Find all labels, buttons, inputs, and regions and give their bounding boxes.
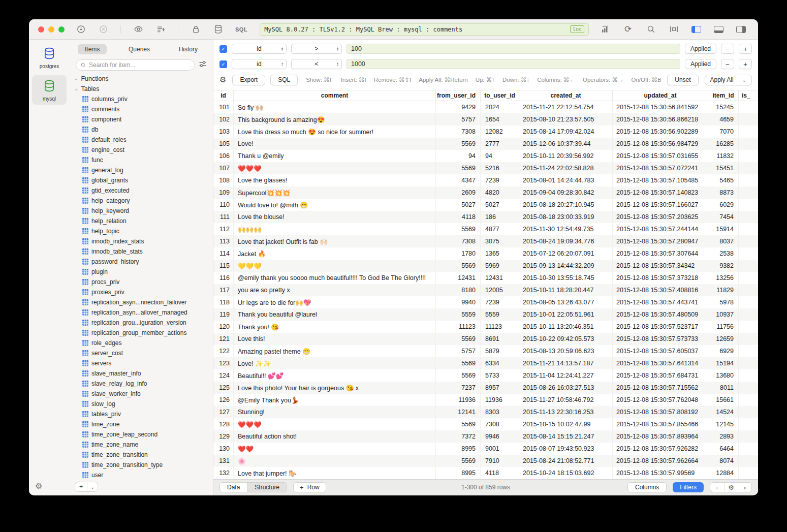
filter-column-select[interactable]: id▲▼: [232, 59, 287, 69]
refresh-icon[interactable]: ⟳: [623, 24, 633, 35]
apply-all-button[interactable]: Apply All ⌄: [705, 75, 752, 85]
connection-postgres[interactable]: postgres: [32, 43, 67, 72]
sidebar-table-default_roles[interactable]: default_roles: [70, 135, 213, 145]
sidebar-table-server_cost[interactable]: server_cost: [70, 348, 213, 358]
filter-operator-select[interactable]: >▲▼: [291, 44, 342, 54]
sidebar-table-engine_cost[interactable]: engine_cost: [70, 145, 213, 155]
filter-enabled-checkbox[interactable]: ✓: [219, 60, 227, 68]
sidebar-table-servers[interactable]: servers: [70, 358, 213, 368]
table-row[interactable]: 109Supercool💥💥💥260948202015-09-04 09:28:…: [213, 186, 758, 199]
search-icon[interactable]: [646, 24, 656, 35]
table-row[interactable]: 102This background is amazing😍5757165420…: [213, 113, 758, 126]
add-row-button[interactable]: + Row: [293, 482, 326, 492]
column-header-from_user_id[interactable]: from_user_id: [436, 90, 481, 101]
filter-operator-select[interactable]: <▲▼: [291, 59, 342, 69]
filter-enabled-checkbox[interactable]: ✓: [219, 45, 227, 53]
filter-gear-icon[interactable]: ⚙︎: [219, 75, 226, 84]
add-connection-button[interactable]: + ⌄: [75, 482, 98, 492]
plus-icon[interactable]: +: [75, 482, 87, 491]
table-row[interactable]: 128❤️❤️❤️556973082015-10-15 10:02:47.992…: [213, 418, 758, 430]
table-row[interactable]: 114Jacket 🔥178013652015-07-12 06:20:07.0…: [213, 247, 758, 260]
table-row[interactable]: 127Stunning!1214183032015-11-13 22:30:16…: [213, 406, 758, 418]
filter-column-select[interactable]: id▲▼: [232, 44, 287, 54]
sidebar-table-innodb_table_stats[interactable]: innodb_table_stats: [70, 246, 213, 257]
table-row[interactable]: 121Love this!556986912015-10-22 09:42:05…: [213, 333, 758, 345]
sidebar-table-global_grants[interactable]: global_grants: [70, 175, 213, 185]
table-row[interactable]: 116@emily thank you soooo much beautiful…: [213, 272, 758, 284]
filter-remove-button[interactable]: −: [721, 59, 734, 69]
sidebar-table-tables_priv[interactable]: tables_priv: [70, 409, 213, 419]
sidebar-table-time_zone_name[interactable]: time_zone_name: [70, 440, 213, 450]
column-header-item_id[interactable]: item_id: [708, 90, 739, 101]
tree-section-functions[interactable]: ⌄ Functions: [70, 74, 213, 84]
sidebar-table-gtid_executed[interactable]: gtid_executed: [70, 185, 213, 196]
lock-icon[interactable]: [191, 24, 201, 35]
column-header-created_at[interactable]: created_at: [519, 90, 613, 101]
filter-settings-icon[interactable]: [199, 60, 207, 70]
sidebar-table-replication_asyn...nnection_failover[interactable]: replication_asyn...nnection_failover: [70, 297, 213, 307]
sidebar-table-help_keyword[interactable]: help_keyword: [70, 206, 213, 216]
sidebar-table-slave_worker_info[interactable]: slave_worker_info: [70, 389, 213, 399]
table-row[interactable]: 131🌸556979102015-08-24 21:08:52.7712015-…: [213, 455, 758, 467]
filter-value-input[interactable]: [347, 59, 680, 69]
sidebar-table-procs_priv[interactable]: procs_priv: [70, 277, 213, 287]
table-row[interactable]: 107❤️❤️❤️556952162015-11-24 22:02:58.828…: [213, 162, 758, 174]
table-row[interactable]: 106Thank u @emily94942015-10-11 20:39:56…: [213, 150, 758, 162]
filter-applied-button[interactable]: Applied: [685, 44, 716, 54]
toggle-right-panel-icon[interactable]: [736, 26, 746, 33]
settings-gear-icon[interactable]: ⚙︎: [35, 481, 42, 491]
sidebar-table-help_topic[interactable]: help_topic: [70, 226, 213, 236]
close-window-button[interactable]: [38, 26, 44, 33]
filter-add-button[interactable]: +: [739, 59, 752, 69]
previous-page-icon[interactable]: ‹: [710, 483, 724, 492]
column-header-to_user_id[interactable]: to_user_id: [481, 90, 519, 101]
chevron-down-icon[interactable]: ⌄: [87, 482, 98, 491]
table-row[interactable]: 118Ur legs are to die for🙌💖994072392015-…: [213, 296, 758, 308]
table-row[interactable]: 103Love this dress so much 😍 so nice for…: [213, 126, 758, 138]
sidebar-table-time_zone_transition[interactable]: time_zone_transition: [70, 450, 213, 460]
table-row[interactable]: 130❤️❤️899590012015-08-07 19:43:50.92320…: [213, 443, 758, 455]
sidebar-table-time_zone_transition_type[interactable]: time_zone_transition_type: [70, 460, 213, 470]
export-button[interactable]: Export: [232, 75, 265, 85]
sql-button[interactable]: SQL: [270, 75, 298, 85]
column-width-icon[interactable]: [669, 24, 679, 35]
table-row[interactable]: 115💛💛💛556959692015-09-13 14:44:32.209201…: [213, 260, 758, 272]
zoom-window-button[interactable]: [58, 26, 65, 33]
filter-value-input[interactable]: [347, 44, 680, 54]
search-input[interactable]: [89, 61, 190, 69]
table-row[interactable]: 122Amazing pastel theme 😁575758792015-08…: [213, 345, 758, 357]
filter-applied-button[interactable]: Applied: [685, 59, 716, 69]
sidebar-table-replication_group_member_actions[interactable]: replication_group_member_actions: [70, 328, 213, 338]
export-list-icon[interactable]: [155, 24, 166, 35]
database-icon[interactable]: [213, 24, 223, 35]
sidebar-table-general_log[interactable]: general_log: [70, 165, 213, 175]
filters-button[interactable]: Filters: [673, 482, 704, 492]
sidebar-table-help_relation[interactable]: help_relation: [70, 216, 213, 226]
column-header-is_[interactable]: is_: [739, 90, 758, 101]
sidebar-table-slave_relay_log_info[interactable]: slave_relay_log_info: [70, 379, 213, 389]
next-page-icon[interactable]: ›: [738, 483, 751, 492]
toggle-bottom-panel-icon[interactable]: [714, 26, 723, 33]
table-row[interactable]: 101So fly 🙌🏼942920242015-11-21 22:12:54.…: [213, 101, 758, 113]
sidebar-table-help_category[interactable]: help_category: [70, 196, 213, 206]
column-header-id[interactable]: id: [213, 90, 234, 101]
table-row[interactable]: 129Beautiful action shot!737299462015-08…: [213, 430, 758, 443]
sidebar-table-columns_priv[interactable]: columns_priv: [70, 94, 213, 104]
table-row[interactable]: 108Love the glasses!434772392015-08-01 1…: [213, 174, 758, 186]
sidebar-table-func[interactable]: func: [70, 155, 213, 165]
table-row[interactable]: 117you are so pretty x8180120052015-10-1…: [213, 284, 758, 296]
table-row[interactable]: 105Love!556927772015-12-06 10:37:39.4420…: [213, 138, 758, 150]
table-row[interactable]: 111Love the blouse!41181862015-08-18 23:…: [213, 211, 758, 223]
minimize-window-button[interactable]: [48, 26, 54, 33]
sidebar-table-db[interactable]: db: [70, 124, 213, 135]
sidebar-table-plugin[interactable]: plugin: [70, 267, 213, 277]
sidebar-table-proxies_priv[interactable]: proxies_priv: [70, 287, 213, 297]
tree-section-tables[interactable]: ⌄ Tables: [70, 84, 213, 94]
sidebar-table-comments[interactable]: comments: [70, 104, 213, 114]
table-row[interactable]: 112🙌🙌🙌556948772015-11-30 12:54:49.735201…: [213, 223, 758, 235]
tab-history[interactable]: History: [172, 44, 205, 54]
table-row[interactable]: 110Would love to! @mith 😁502750272015-08…: [213, 199, 758, 211]
connection-mysql[interactable]: mysql: [32, 75, 67, 105]
disconnect-icon[interactable]: [98, 24, 108, 35]
sidebar-table-slave_master_info[interactable]: slave_master_info: [70, 368, 213, 379]
